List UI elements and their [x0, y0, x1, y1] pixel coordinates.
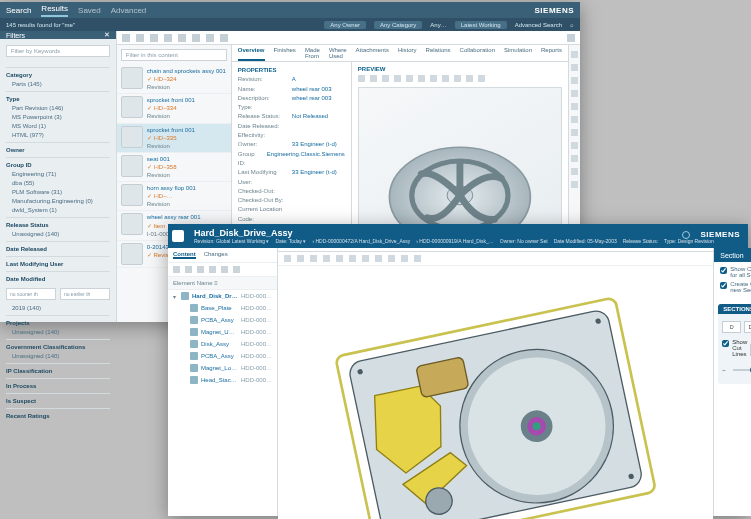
- filter-group[interactable]: Group ID: [6, 157, 110, 170]
- filter-latest-working[interactable]: Latest Working: [455, 21, 507, 29]
- tab-overview[interactable]: Overview: [238, 47, 265, 61]
- rail-icon[interactable]: [571, 155, 578, 162]
- tree-row[interactable]: ▾Hard_Disk_Drive_AssyHDD-000…: [168, 290, 277, 302]
- tool-icon[interactable]: [323, 255, 330, 262]
- tool-icon[interactable]: [414, 255, 421, 262]
- tool-icon[interactable]: [197, 266, 204, 273]
- tree-row[interactable]: Head_Stack_AssyHDD-000…: [168, 374, 277, 386]
- filter-last-mod-user[interactable]: Last Modifying User: [6, 256, 110, 269]
- tab-saved[interactable]: Saved: [78, 6, 101, 15]
- tool-icon[interactable]: [370, 75, 377, 82]
- rail-icon[interactable]: [571, 129, 578, 136]
- tool-icon[interactable]: [122, 34, 130, 42]
- tool-icon[interactable]: [362, 255, 369, 262]
- tree-row[interactable]: PCBA_AssyHDD-000…: [168, 350, 277, 362]
- filter-recent-ratings[interactable]: Recent Ratings: [6, 408, 110, 421]
- tool-icon[interactable]: [221, 266, 228, 273]
- rail-icon[interactable]: [571, 181, 578, 188]
- tool-icon[interactable]: [150, 34, 158, 42]
- tool-icon[interactable]: [220, 34, 228, 42]
- tool-icon[interactable]: [394, 75, 401, 82]
- rail-icon[interactable]: [571, 116, 578, 123]
- tool-icon[interactable]: [406, 75, 413, 82]
- date-dropdown[interactable]: Date: Today ▾: [275, 238, 306, 244]
- tab-made-from[interactable]: Made From: [305, 47, 320, 61]
- tool-icon[interactable]: [164, 34, 172, 42]
- 3d-viewport[interactable]: [278, 266, 713, 519]
- breadcrumb[interactable]: › HDD-000000919/A Hard_Disk_…: [416, 238, 494, 244]
- breadcrumb[interactable]: › HDD-000000472/A Hard_Disk_Drive_Assy: [312, 238, 410, 244]
- filter-in-process[interactable]: In Process: [6, 378, 110, 391]
- tab-advanced[interactable]: Advanced: [111, 6, 147, 15]
- date-to-input[interactable]: no earlier th: [60, 288, 110, 300]
- home-icon[interactable]: [172, 230, 184, 242]
- tab-history[interactable]: History: [398, 47, 417, 61]
- filter-any-category[interactable]: Any Category: [374, 21, 422, 29]
- filter-any-release[interactable]: Any…: [430, 22, 446, 28]
- tab-reports[interactable]: Reports: [541, 47, 562, 61]
- tab-finishes[interactable]: Finishes: [274, 47, 296, 61]
- column-header-name[interactable]: Element Name ≡: [173, 280, 272, 286]
- tool-icon[interactable]: [178, 34, 186, 42]
- tool-icon[interactable]: [466, 75, 473, 82]
- tool-icon[interactable]: [454, 75, 461, 82]
- advanced-search-link[interactable]: Advanced Search: [515, 22, 562, 28]
- list-item[interactable]: horn assy flop 001✓ I-ID–…Revision: [117, 182, 231, 211]
- close-icon[interactable]: ✕: [104, 31, 110, 39]
- rail-icon[interactable]: [571, 77, 578, 84]
- list-item[interactable]: sprocket front 001✓ I-ID–334Revision: [117, 94, 231, 123]
- filter-owner[interactable]: Owner: [6, 142, 110, 155]
- tree-row[interactable]: Magnet_Lower_AssyHDD-000…: [168, 362, 277, 374]
- tree-row[interactable]: Magnet_Upper_AssyHDD-000…: [168, 326, 277, 338]
- tool-icon[interactable]: [185, 266, 192, 273]
- search-icon[interactable]: ⌕: [570, 22, 574, 28]
- show-cut-lines-checkbox[interactable]: Show Cut Lines: [722, 339, 747, 357]
- tab-where-used[interactable]: Where Used: [329, 47, 347, 61]
- tool-icon[interactable]: [430, 75, 437, 82]
- tab-attachments[interactable]: Attachments: [356, 47, 389, 61]
- tab-changes[interactable]: Changes: [204, 251, 228, 259]
- tool-icon[interactable]: [192, 34, 200, 42]
- filter-ip-class[interactable]: IP Classification: [6, 363, 110, 376]
- list-search-input[interactable]: Filter in this content: [121, 49, 227, 61]
- filter-keyword-input[interactable]: Filter by Keywords: [6, 45, 110, 57]
- tool-icon[interactable]: [297, 255, 304, 262]
- btn-d1[interactable]: D: [722, 321, 741, 333]
- section-slider[interactable]: [733, 369, 751, 371]
- rail-icon[interactable]: [571, 90, 578, 97]
- tool-icon[interactable]: [233, 266, 240, 273]
- tab-results[interactable]: Results: [41, 4, 68, 17]
- tool-icon[interactable]: [358, 75, 365, 82]
- filter-release-status[interactable]: Release Status: [6, 217, 110, 230]
- filter-category[interactable]: Category: [6, 67, 110, 80]
- filter-type[interactable]: Type: [6, 91, 110, 104]
- filter-any-owner[interactable]: Any Owner: [324, 21, 366, 29]
- list-item[interactable]: chain and sprockets assy 001✓ I-ID–324Re…: [117, 65, 231, 94]
- filter-projects[interactable]: Projects: [6, 315, 110, 328]
- tree-row[interactable]: Base_PlateHDD-000…: [168, 302, 277, 314]
- filter-date-released[interactable]: Date Released: [6, 241, 110, 254]
- tool-icon[interactable]: [336, 255, 343, 262]
- tool-icon[interactable]: [173, 266, 180, 273]
- view-toggle-icon[interactable]: [567, 34, 575, 42]
- date-from-input[interactable]: no sooner th: [6, 288, 56, 300]
- filter-date-modified[interactable]: Date Modified: [6, 271, 110, 284]
- tool-icon[interactable]: [401, 255, 408, 262]
- list-item[interactable]: sprocket front 001✓ I-ID–335Revision: [117, 124, 231, 153]
- tool-icon[interactable]: [442, 75, 449, 82]
- tool-icon[interactable]: [136, 34, 144, 42]
- tab-collaboration[interactable]: Collaboration: [460, 47, 495, 61]
- revision-dropdown[interactable]: Revision: Global Latest Working ▾: [194, 238, 269, 244]
- rail-icon[interactable]: [571, 51, 578, 58]
- filter-is-suspect[interactable]: Is Suspect: [6, 393, 110, 406]
- tab-content[interactable]: Content: [173, 251, 196, 259]
- list-item[interactable]: seat 001✓ I-ID–358Revision: [117, 153, 231, 182]
- cut-lines-checkbox[interactable]: Create Cut Lines for new Sections: [720, 281, 751, 293]
- tab-relations[interactable]: Relations: [426, 47, 451, 61]
- tool-icon[interactable]: [206, 34, 214, 42]
- capping-faces-checkbox[interactable]: Show Capping Faces for all Sections: [720, 266, 751, 278]
- rail-icon[interactable]: [571, 64, 578, 71]
- rail-icon[interactable]: [571, 103, 578, 110]
- tool-icon[interactable]: [418, 75, 425, 82]
- tab-simulation[interactable]: Simulation: [504, 47, 532, 61]
